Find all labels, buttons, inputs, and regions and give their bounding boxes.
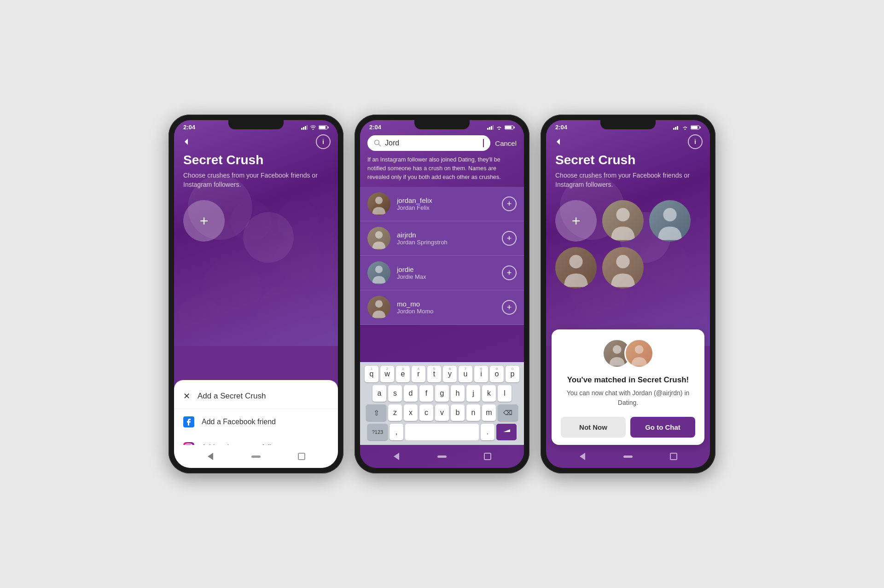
close-button[interactable]: ✕ — [183, 391, 190, 401]
result-username-0: jordan_felix — [397, 196, 495, 204]
key-f[interactable]: f — [419, 385, 433, 402]
key-period[interactable]: . — [481, 424, 494, 440]
status-time-2: 2:04 — [369, 124, 381, 131]
back-button[interactable] — [181, 134, 196, 149]
phone-1: 2:04 i Secret Crush Choose crushes from … — [169, 115, 343, 473]
key-comma[interactable]: , — [390, 424, 403, 440]
result-avatar-0 — [367, 192, 390, 215]
key-d[interactable]: d — [404, 385, 418, 402]
key-enter[interactable] — [496, 424, 517, 440]
nav-home-button-2[interactable] — [436, 451, 448, 462]
svg-rect-15 — [491, 126, 492, 130]
key-e[interactable]: 3e — [396, 366, 410, 382]
key-backspace[interactable]: ⌫ — [498, 404, 518, 421]
key-s[interactable]: s — [388, 385, 402, 402]
key-i[interactable]: 8i — [474, 366, 488, 382]
key-w[interactable]: 2w — [380, 366, 394, 382]
info-button[interactable]: i — [316, 134, 331, 149]
result-item-1[interactable]: airjrdn Jordan Springstroh + — [360, 221, 524, 256]
bottom-sheet-header: ✕ Add a Secret Crush — [174, 387, 338, 409]
keyboard-row-2: a s d f g h j k l — [362, 385, 522, 402]
back-button-3[interactable] — [553, 134, 568, 149]
phone-2: 2:04 Jord Cancel If an Instagram followe… — [355, 115, 529, 473]
crush-circles-3: + — [546, 189, 710, 242]
key-v[interactable]: v — [435, 404, 449, 421]
add-crush-circle-3[interactable]: + — [555, 200, 597, 242]
svg-rect-0 — [301, 128, 302, 130]
add-result-button-1[interactable]: + — [502, 231, 517, 246]
key-o[interactable]: 9o — [490, 366, 504, 382]
add-result-button-0[interactable]: + — [502, 196, 517, 211]
svg-point-35 — [663, 208, 676, 221]
key-h[interactable]: h — [451, 385, 465, 402]
result-name-2: Jordie Max — [397, 273, 495, 280]
svg-line-22 — [379, 144, 381, 147]
add-crush-circle[interactable]: + — [183, 200, 225, 242]
signal-icon-2 — [487, 125, 494, 130]
signal-icon — [301, 125, 308, 130]
nav-back-button[interactable] — [205, 451, 216, 462]
key-y[interactable]: 6y — [443, 366, 457, 382]
key-space[interactable] — [405, 424, 479, 440]
bottom-sheet-title: Add a Secret Crush — [198, 392, 266, 401]
add-result-button-2[interactable]: + — [502, 265, 517, 280]
key-u[interactable]: 7u — [459, 366, 472, 382]
search-info-text: If an Instagram follower also joined Dat… — [360, 156, 524, 187]
nav-square-button-2[interactable] — [482, 451, 493, 462]
svg-rect-20 — [514, 127, 515, 128]
cancel-button-2[interactable]: Cancel — [495, 139, 517, 147]
key-p[interactable]: 0p — [506, 366, 519, 382]
key-g[interactable]: g — [435, 385, 449, 402]
key-n[interactable]: n — [466, 404, 480, 421]
add-facebook-item[interactable]: Add a Facebook friend — [174, 409, 338, 435]
key-r[interactable]: 4r — [412, 366, 425, 382]
key-m[interactable]: m — [482, 404, 496, 421]
wifi-icon — [310, 125, 316, 130]
nav-back-button-3[interactable] — [577, 451, 588, 462]
result-item-2[interactable]: jordie Jordie Max + — [360, 256, 524, 290]
key-shift[interactable]: ⇧ — [366, 404, 386, 421]
screen-subtitle-1: Choose crushes from your Facebook friend… — [183, 171, 329, 189]
svg-rect-14 — [489, 127, 490, 130]
screen-title-3: Secret Crush — [555, 153, 701, 167]
search-bar-row: Jord Cancel — [360, 133, 524, 156]
result-avatar-1 — [367, 227, 390, 250]
svg-rect-33 — [700, 127, 701, 128]
not-now-button[interactable]: Not Now — [561, 417, 626, 438]
result-info-0: jordan_felix Jordan Felix — [397, 196, 495, 211]
svg-point-34 — [616, 208, 629, 221]
svg-rect-6 — [319, 126, 326, 129]
key-q[interactable]: 1q — [365, 366, 378, 382]
match-avatar-2 — [624, 339, 654, 368]
wifi-icon-3 — [682, 125, 688, 130]
nav-square-button[interactable] — [296, 451, 307, 462]
key-j[interactable]: j — [466, 385, 480, 402]
go-to-chat-button[interactable]: Go to Chat — [630, 417, 695, 438]
result-item-0[interactable]: jordan_felix Jordan Felix + — [360, 187, 524, 221]
search-input-wrap[interactable]: Jord — [367, 135, 490, 151]
nav-bar-2 — [360, 445, 524, 468]
key-k[interactable]: k — [482, 385, 496, 402]
nav-square-button-3[interactable] — [668, 451, 679, 462]
nav-home-button[interactable] — [250, 451, 262, 462]
key-a[interactable]: a — [372, 385, 386, 402]
key-x[interactable]: x — [404, 404, 418, 421]
status-icons-2 — [487, 125, 515, 130]
keyboard[interactable]: 1q 2w 3e 4r 5t 6y 7u 8i 9o 0p a s d f g … — [360, 362, 524, 445]
screen-content-3: Secret Crush Choose crushes from your Fa… — [546, 153, 710, 189]
key-z[interactable]: z — [388, 404, 402, 421]
nav-home-button-3[interactable] — [622, 451, 634, 462]
add-result-button-3[interactable]: + — [502, 300, 517, 315]
key-c[interactable]: c — [419, 404, 433, 421]
nav-back-button-2[interactable] — [391, 451, 402, 462]
screen-title-1: Secret Crush — [183, 153, 329, 167]
key-b[interactable]: b — [451, 404, 465, 421]
info-button-3[interactable]: i — [688, 134, 703, 149]
key-symbols[interactable]: ?123 — [367, 424, 388, 440]
result-item-3[interactable]: mo_mo Jordon Momo + — [360, 290, 524, 325]
search-input[interactable]: Jord — [385, 139, 479, 147]
nav-bar-3 — [546, 445, 710, 468]
match-subtitle: You can now chat with Jordan (@airjrdn) … — [561, 388, 695, 408]
key-l[interactable]: l — [498, 385, 512, 402]
key-t[interactable]: 5t — [427, 366, 441, 382]
